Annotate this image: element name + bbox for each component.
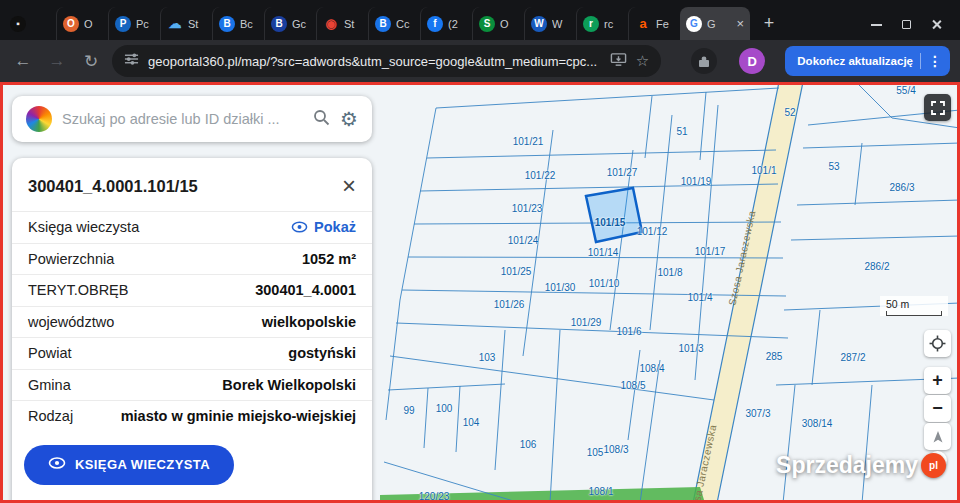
panel-row: Księga wieczystaPokaż: [12, 211, 372, 243]
browser-tab[interactable]: ☁St: [160, 7, 212, 40]
parcel-label[interactable]: 103: [479, 352, 496, 363]
minimize-icon[interactable]: [871, 24, 882, 26]
parcel-info-panel: 300401_4.0001.101/15 × Księga wieczystaP…: [12, 158, 372, 503]
parcel-label[interactable]: 108/3: [603, 444, 628, 455]
browser-tab[interactable]: ◉St: [316, 7, 368, 40]
browser-tab[interactable]: BGc: [264, 7, 316, 40]
browser-tab[interactable]: BBc: [212, 7, 264, 40]
finish-update-button[interactable]: Dokończ aktualizację ⋮: [785, 46, 950, 76]
site-settings-tune-icon[interactable]: [124, 52, 139, 70]
address-bar[interactable]: ☆: [112, 45, 661, 77]
parcel-label[interactable]: 286/2: [864, 261, 889, 272]
parcel-label[interactable]: 101/25: [501, 266, 532, 277]
bookmark-star-icon[interactable]: ☆: [636, 52, 649, 70]
parcel-label[interactable]: 55/4: [896, 85, 915, 96]
zoom-in-button[interactable]: +: [924, 367, 951, 394]
browser-tab[interactable]: WW: [524, 7, 576, 40]
browser-tab[interactable]: SO: [472, 7, 524, 40]
parcel-label[interactable]: 104: [463, 417, 480, 428]
fullscreen-button[interactable]: [924, 94, 951, 121]
parcel-label[interactable]: 101/15: [595, 217, 626, 228]
tab-title: W: [552, 18, 570, 30]
search-input[interactable]: [62, 111, 303, 127]
parcel-label[interactable]: 101/27: [607, 167, 638, 178]
locate-button[interactable]: [924, 330, 951, 357]
tab-favicon: ☁: [167, 16, 183, 32]
parcel-label[interactable]: 101/1: [751, 165, 776, 176]
url-input[interactable]: [148, 54, 601, 69]
browser-tab[interactable]: ▪: [4, 7, 56, 40]
browser-tab[interactable]: GG×: [680, 7, 750, 40]
parcel-label[interactable]: 287/2: [840, 352, 865, 363]
parcel-label[interactable]: 101/14: [588, 247, 619, 258]
parcel-label[interactable]: 101/22: [525, 170, 556, 181]
parcel-label[interactable]: 101/19: [681, 176, 712, 187]
pegman-button[interactable]: [924, 423, 951, 450]
browser-tab[interactable]: f(2: [420, 7, 472, 40]
parcel-label[interactable]: 52: [784, 107, 795, 118]
parcel-label[interactable]: 285: [766, 351, 783, 362]
parcel-label[interactable]: 101/29: [571, 317, 602, 328]
browser-tab[interactable]: OO: [56, 7, 108, 40]
extensions-icon[interactable]: [691, 48, 717, 74]
parcel-label[interactable]: 101/23: [512, 203, 543, 214]
parcel-label[interactable]: 101/30: [545, 282, 576, 293]
panel-close-button[interactable]: ×: [342, 174, 356, 198]
panel-row: Powierzchnia1052 m²: [12, 243, 372, 275]
browser-tab[interactable]: BCc: [368, 7, 420, 40]
maximize-icon[interactable]: [902, 20, 911, 29]
tab-title: Cc: [396, 18, 414, 30]
parcel-label[interactable]: 99: [403, 405, 414, 416]
parcel-label[interactable]: 100: [436, 403, 453, 414]
parcel-label[interactable]: 101/4: [687, 292, 712, 303]
land-register-button-label: KSIĘGA WIECZYSTA: [75, 457, 210, 472]
panel-row-label: TERYT.OBRĘB: [28, 282, 128, 298]
tab-close-icon[interactable]: ×: [736, 16, 744, 31]
parcel-label[interactable]: 101/24: [508, 235, 539, 246]
send-to-device-icon[interactable]: [610, 52, 627, 71]
forward-icon[interactable]: →: [44, 51, 70, 71]
map-viewport[interactable]: 55/45251101/21101/22101/27101/19101/1532…: [0, 82, 960, 503]
refresh-icon[interactable]: ↻: [78, 51, 104, 72]
back-icon[interactable]: ←: [10, 51, 36, 71]
browser-tab[interactable]: PPc: [108, 7, 160, 40]
tab-favicon: O: [63, 16, 79, 32]
parcel-label[interactable]: 101/26: [494, 299, 525, 310]
close-window-icon[interactable]: [931, 19, 942, 30]
profile-avatar[interactable]: D: [739, 48, 765, 74]
parcel-label[interactable]: 101/8: [657, 267, 682, 278]
parcel-label[interactable]: 101/21: [513, 136, 544, 147]
parcel-label[interactable]: 101/6: [616, 326, 641, 337]
parcel-label[interactable]: 101/17: [695, 246, 726, 257]
kw-show-link[interactable]: Pokaż: [291, 219, 356, 235]
parcel-label[interactable]: 108/1: [588, 486, 613, 497]
menu-kebab-icon[interactable]: ⋮: [928, 53, 942, 69]
tab-favicon: r: [583, 16, 599, 32]
parcel-label[interactable]: 308/14: [802, 418, 833, 429]
window-controls: [871, 19, 956, 40]
browser-tab[interactable]: rrc: [576, 7, 628, 40]
parcel-label[interactable]: 120/23: [419, 491, 450, 502]
zoom-out-button[interactable]: −: [924, 395, 951, 422]
watermark-text: Sprzedajemy: [776, 452, 918, 479]
watermark: Sprzedajemy pl: [776, 452, 946, 479]
parcel-label[interactable]: 286/3: [889, 182, 914, 193]
map-search-bar[interactable]: ⚙: [12, 96, 372, 142]
parcel-label[interactable]: 108/5: [620, 380, 645, 391]
browser-tab[interactable]: aFe: [628, 7, 680, 40]
parcel-label[interactable]: 307/3: [745, 408, 770, 419]
parcel-label[interactable]: 51: [676, 126, 687, 137]
parcel-label[interactable]: 101/12: [637, 226, 668, 237]
parcel-label[interactable]: 53: [828, 161, 839, 172]
new-tab-button[interactable]: +: [756, 10, 782, 36]
parcel-label[interactable]: 105: [587, 447, 604, 458]
settings-gear-icon[interactable]: ⚙: [340, 109, 358, 129]
parcel-label[interactable]: 108/4: [639, 363, 664, 374]
parcel-label[interactable]: 101/10: [589, 278, 620, 289]
search-icon[interactable]: [313, 109, 330, 130]
parcel-label[interactable]: 106: [520, 439, 537, 450]
navigation-arrow-icon: [930, 430, 946, 444]
parcel-label[interactable]: 101/3: [678, 343, 703, 354]
land-register-button[interactable]: KSIĘGA WIECZYSTA: [24, 445, 234, 485]
tab-favicon: B: [375, 16, 391, 32]
